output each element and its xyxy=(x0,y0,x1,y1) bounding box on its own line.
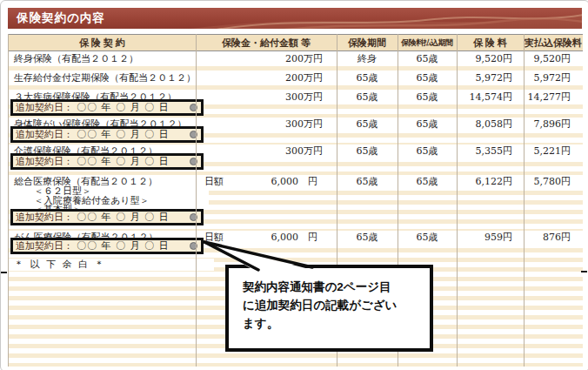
additional-contract-date-box: 追加契約日： 〇〇 年 〇 月 〇 日 xyxy=(10,99,204,116)
blank-below-note: ＊ 以 下 余 白 ＊ xyxy=(9,259,214,271)
section-titlebar: 保険契約の内容 xyxy=(8,8,582,29)
benefit-amount: 6,000 円 xyxy=(196,175,317,189)
paid-premium: 5,972円 xyxy=(524,71,576,85)
insurance-period: 65歳 xyxy=(337,231,398,245)
premium: 14,574円 xyxy=(457,91,512,104)
payment-period: 65歳 xyxy=(398,52,457,66)
premium: 6,122円 xyxy=(457,175,512,189)
date-box-value: 〇〇 年 〇 月 〇 日 xyxy=(77,239,169,252)
paid-premium: 5,221円 xyxy=(524,145,576,158)
date-box-value: 〇〇 年 〇 月 〇 日 xyxy=(77,128,169,141)
callout-text: 契約内容通知書の2ページ目 に追加契約日の記載がござい ます。 xyxy=(243,278,424,333)
insurance-period: 65歳 xyxy=(337,145,398,158)
table-row: 生存給付金付定期保険（有配当２０１２） 200万円 65歳 65歳 5,972円… xyxy=(9,71,583,85)
header-paid-premium: 実払込保険料 xyxy=(524,35,583,52)
payment-period: 65歳 xyxy=(398,175,457,189)
paid-premium: 7,896円 xyxy=(524,118,576,131)
date-box-label: 追加契約日： xyxy=(16,128,73,141)
header-contract: 保 険 契 約 xyxy=(9,35,196,52)
premium: 5,972円 xyxy=(457,71,512,85)
column-divider xyxy=(524,34,525,367)
contract-name: 介護保障保険（有配当２０１２） xyxy=(9,145,209,153)
insurance-period: 終身 xyxy=(337,52,398,66)
additional-contract-date-box: 追加契約日： 〇〇 年 〇 月 〇 日 xyxy=(10,209,204,225)
insurance-contract-notice-page: 保険契約の内容 保 険 契 約 保険金・給付金額 等 保険期間 保険料払込期間 … xyxy=(0,0,588,370)
premium: 5,355円 xyxy=(457,145,512,158)
date-box-value: 〇〇 年 〇 月 〇 日 xyxy=(77,211,169,224)
premium: 959円 xyxy=(457,231,512,245)
table-row: 終身保険（有配当２０１２） 200万円 終身 65歳 9,520円 9,520円 xyxy=(9,52,583,66)
contract-name: ３大疾病保障保険（有配当２０１２） xyxy=(9,91,209,99)
contract-subtype: ＜６２日型＞ xyxy=(9,186,209,196)
contract-name: 生存給付金付定期保険（有配当２０１２） xyxy=(14,71,196,85)
date-box-label: 追加契約日： xyxy=(16,101,73,114)
header-payment-period: 保険料払込期間 xyxy=(398,35,457,52)
additional-contract-date-box: 追加契約日： 〇〇 年 〇 月 〇 日 xyxy=(10,153,204,170)
date-box-value: 〇〇 年 〇 月 〇 日 xyxy=(77,155,169,168)
insurance-period: 65歳 xyxy=(337,91,398,104)
right-edge-mark xyxy=(581,271,587,272)
payment-period: 65歳 xyxy=(398,91,457,104)
payment-period: 65歳 xyxy=(398,145,457,158)
benefit-amount: 300万円 xyxy=(196,118,323,131)
header-benefit-amount: 保険金・給付金額 等 xyxy=(196,35,337,52)
header-premium: 保 険 料 xyxy=(457,35,524,52)
paid-premium: 876円 xyxy=(524,231,576,245)
payment-period: 65歳 xyxy=(398,71,457,85)
date-box-value: 〇〇 年 〇 月 〇 日 xyxy=(77,101,169,114)
date-box-label: 追加契約日： xyxy=(16,211,73,224)
paid-premium: 9,520円 xyxy=(524,52,576,66)
left-edge-mark xyxy=(1,272,7,273)
insurance-period: 65歳 xyxy=(337,175,398,189)
premium: 9,520円 xyxy=(457,52,512,66)
paid-premium: 5,780円 xyxy=(524,175,576,189)
column-divider xyxy=(196,34,197,367)
header-period: 保険期間 xyxy=(337,35,398,52)
benefit-amount: 200万円 xyxy=(196,52,323,66)
contract-name: 終身保険（有配当２０１２） xyxy=(14,52,138,66)
benefit-amount: 200万円 xyxy=(196,71,323,85)
contract-name: がん医療保険（有配当２０１２） xyxy=(9,231,209,238)
payment-period: 65歳 xyxy=(398,231,457,245)
insurance-period: 65歳 xyxy=(337,71,398,85)
insurance-period: 65歳 xyxy=(337,118,398,131)
benefit-amount: 300万円 xyxy=(196,145,323,158)
contract-name: 身体障がい保障保険（有配当２０１２） xyxy=(9,118,209,126)
date-box-label: 追加契約日： xyxy=(16,239,73,252)
benefit-amount: 6,000 円 xyxy=(196,231,317,245)
payment-period: 65歳 xyxy=(398,118,457,131)
additional-contract-date-box: 追加契約日： 〇〇 年 〇 月 〇 日 xyxy=(10,126,204,143)
column-divider xyxy=(457,34,458,367)
paid-premium: 14,277円 xyxy=(524,91,576,104)
table-header-row: 保 険 契 約 保険金・給付金額 等 保険期間 保険料払込期間 保 険 料 実払… xyxy=(9,34,583,51)
page-title: 保険契約の内容 xyxy=(17,8,105,29)
premium: 8,058円 xyxy=(457,118,512,131)
benefit-amount: 300万円 xyxy=(196,91,323,104)
callout-bubble: 契約内容通知書の2ページ目 に追加契約日の記載がござい ます。 xyxy=(225,265,433,352)
additional-contract-date-box: 追加契約日： 〇〇 年 〇 月 〇 日 xyxy=(10,238,204,254)
date-box-label: 追加契約日： xyxy=(16,155,73,168)
